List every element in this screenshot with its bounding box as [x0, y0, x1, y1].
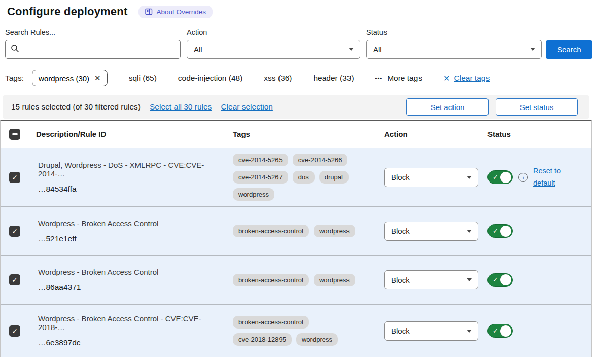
check-icon: ✓: [12, 228, 18, 235]
rule-id: …86aa4371: [38, 283, 226, 292]
reset-to-default-link[interactable]: Reset to default: [533, 165, 565, 190]
tag-pill: wordpress: [296, 333, 338, 346]
status-filter-select[interactable]: All: [366, 40, 542, 59]
set-action-button[interactable]: Set action: [406, 98, 489, 116]
about-overrides-label: About Overrides: [156, 8, 206, 16]
toggle-knob: [500, 172, 511, 183]
indeterminate-icon: [12, 133, 18, 135]
tag-pill: wordpress: [314, 274, 355, 286]
ellipsis-icon: •••: [375, 75, 383, 81]
tag-pill: broken-access-control: [233, 316, 309, 329]
toggle-knob: [500, 226, 511, 237]
tag-pill: cve-2018-12895: [233, 333, 292, 346]
action-filter-field: Action All: [187, 28, 360, 59]
tag-filter-sqli[interactable]: sqli (65): [129, 74, 157, 83]
info-icon[interactable]: i: [518, 173, 528, 182]
search-icon: [11, 44, 19, 55]
about-overrides-button[interactable]: About Overrides: [138, 6, 213, 18]
status-toggle[interactable]: ✓: [487, 170, 513, 184]
rule-id: …521e1eff: [38, 234, 226, 243]
table-row: ✓ Wordpress - Broken Access Control …86a…: [1, 256, 591, 305]
rule-tags: broken-access-controlwordpress: [233, 225, 367, 237]
rule-action-value: Block: [391, 227, 410, 235]
status-filter-field: Status All: [366, 28, 542, 59]
check-icon: ✓: [493, 173, 498, 181]
page-header: Configure deployment About Overrides: [0, 0, 592, 18]
rule-action-value: Block: [391, 276, 410, 284]
filters-bar: Search Rules... Action All Status All Se…: [0, 28, 592, 59]
rule-tags: broken-access-controlwordpress: [233, 274, 367, 286]
action-filter-select[interactable]: All: [187, 40, 360, 59]
select-all-link[interactable]: Select all 30 rules: [150, 102, 212, 112]
column-header-description: Description/Rule ID: [29, 130, 226, 138]
status-toggle[interactable]: ✓: [487, 224, 513, 238]
rule-description: Wordpress - Broken Access Control - CVE:…: [38, 314, 226, 332]
check-icon: ✓: [12, 276, 18, 283]
book-icon: [145, 8, 153, 15]
caret-down-icon: [467, 330, 472, 333]
tag-pill: dos: [293, 171, 315, 184]
rule-id: …6e3897dc: [38, 338, 226, 347]
row-checkbox[interactable]: ✓: [9, 325, 20, 337]
clear-selection-link[interactable]: Clear selection: [221, 102, 273, 112]
selection-bar: 15 rules selected (of 30 filtered rules)…: [3, 95, 589, 119]
caret-down-icon: [530, 48, 535, 51]
check-icon: ✓: [493, 227, 498, 235]
action-filter-value: All: [194, 45, 202, 54]
rule-action-select[interactable]: Block: [384, 321, 478, 341]
tag-chip-wordpress[interactable]: wordpress (30) ✕: [32, 70, 108, 86]
rule-action-select[interactable]: Block: [384, 270, 478, 289]
toggle-knob: [500, 325, 511, 337]
caret-down-icon: [467, 230, 472, 233]
more-tags-button[interactable]: ••• More tags: [375, 74, 422, 83]
status-toggle[interactable]: ✓: [487, 273, 513, 287]
tag-pill: broken-access-control: [233, 274, 309, 286]
clear-tags-button[interactable]: ✕ Clear tags: [443, 74, 490, 83]
rule-action-select[interactable]: Block: [384, 168, 478, 187]
row-checkbox[interactable]: ✓: [9, 274, 20, 285]
rule-tags: broken-access-controlcve-2018-12895wordp…: [233, 316, 367, 346]
table-row: ✓ Drupal, Wordpress - DoS - XMLRPC - CVE…: [1, 148, 591, 207]
page-title: Configure deployment: [7, 5, 127, 18]
check-icon: ✓: [493, 276, 498, 283]
search-input-box[interactable]: [5, 40, 181, 59]
rule-description: Wordpress - Broken Access Control: [38, 268, 226, 276]
close-icon[interactable]: ✕: [94, 74, 101, 83]
rule-id: …84534ffa: [38, 185, 226, 194]
tag-pill: broken-access-control: [233, 225, 309, 237]
check-icon: ✓: [12, 327, 18, 335]
rule-description: Drupal, Wordpress - DoS - XMLRPC - CVE:C…: [38, 161, 226, 178]
tag-pill: wordpress: [233, 188, 274, 201]
select-all-checkbox[interactable]: [9, 129, 20, 140]
tag-filter-xss[interactable]: xss (36): [264, 74, 292, 83]
status-filter-value: All: [373, 45, 382, 54]
search-field: Search Rules...: [5, 28, 181, 59]
search-input[interactable]: [23, 45, 175, 54]
rule-description: Wordpress - Broken Access Control: [38, 219, 226, 228]
caret-down-icon: [467, 278, 472, 281]
table-body: ✓ Drupal, Wordpress - DoS - XMLRPC - CVE…: [1, 148, 591, 357]
row-checkbox[interactable]: ✓: [9, 172, 20, 183]
status-toggle[interactable]: ✓: [487, 324, 513, 338]
row-checkbox[interactable]: ✓: [9, 226, 20, 237]
table-row: ✓ Wordpress - Broken Access Control …521…: [1, 207, 591, 256]
column-header-status: Status: [480, 130, 591, 138]
rule-action-value: Block: [391, 173, 410, 181]
search-button[interactable]: Search: [546, 40, 592, 59]
rule-action-select[interactable]: Block: [384, 222, 478, 241]
clear-tags-label: Clear tags: [454, 74, 490, 83]
clear-icon: ✕: [443, 74, 450, 83]
toggle-knob: [500, 274, 511, 285]
caret-down-icon: [467, 176, 472, 179]
tag-filter-code-injection[interactable]: code-injection (48): [178, 74, 243, 83]
set-status-button[interactable]: Set status: [496, 98, 578, 116]
tag-filter-header[interactable]: header (33): [313, 74, 354, 83]
tag-pill: drupal: [319, 171, 349, 184]
tag-pill: wordpress: [314, 225, 355, 237]
table-row: ✓ Wordpress - Broken Access Control - CV…: [1, 305, 591, 357]
check-icon: ✓: [493, 327, 498, 335]
tag-pill: cve-2014-5267: [233, 171, 288, 184]
column-header-tags: Tags: [226, 130, 377, 138]
tags-label: Tags:: [5, 74, 24, 83]
tags-bar: Tags: wordpress (30) ✕ sqli (65) code-in…: [0, 70, 592, 86]
